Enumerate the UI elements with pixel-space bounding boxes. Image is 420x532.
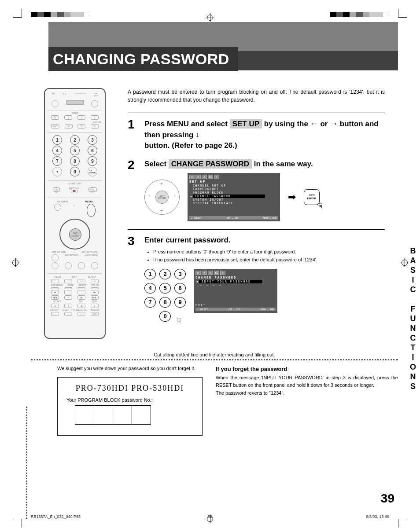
tv-password-screen: ▭⊙⇄CC✎ CHANGE PASSWORD INPUT YOUR PASSWO… [194,269,277,313]
forget-title: If you forget the password [216,366,398,372]
step-number: 2 [128,159,138,221]
page-title-box: CHANGING PASSWORD [48,47,238,71]
cut-instruction: Cut along dotted line and file after rea… [31,352,398,357]
step-number: 3 [128,235,138,322]
setup-highlight: SET UP [230,119,262,128]
section-label-vertical: BASIC FUNCTIONS [408,246,417,392]
password-boxes [75,405,193,425]
page-number: 39 [381,492,394,506]
keypad-illustration: 123 456 789 0☟ [144,269,186,322]
step-3: 3 Enter current password. Press numeric … [128,235,385,322]
footer-filename: RB1557A_En_032_040.P65 [31,514,81,519]
step-2-title: Select CHANGE PASSWORD in the same way. [144,159,385,169]
step-3-bullet: If no password has been previously set, … [153,256,385,264]
step-1-title: Press MENU and select SET UP by using th… [144,118,385,151]
password-card: PRO-730HDI PRO-530HDI Your PROGRAM BLOCK… [57,377,203,436]
card-model-title: PRO-730HDI PRO-530HDI [66,384,193,393]
crop-mark [13,519,22,528]
step-2: 2 Select CHANGE PASSWORD in the same way… [128,159,385,221]
forget-text: The password reverts to "1234". [216,389,398,397]
step-1: 1 Press MENU and select SET UP by using … [128,118,385,151]
finger-icon: ☟ [177,317,181,325]
divider [128,113,385,113]
dpad-illustration: SET/ ENTER ++++ [144,180,180,215]
crop-mark [398,519,407,528]
header-band: CHANGING PASSWORD [48,22,398,70]
registration-mark [207,516,213,522]
arrow-down-icon: ↓ [195,130,199,139]
arrow-right-icon: → [330,119,338,128]
password-suggestion: We suggest you write down your password … [57,366,203,371]
arrow-right-icon: ➡ [288,191,296,203]
divider [128,229,385,230]
step-3-title: Enter current password. [144,235,385,246]
finger-icon: ☟ [318,202,323,210]
dotted-cut-line [31,359,398,360]
footer-timestamp: 8/8/03, 16:49 [366,514,389,519]
remote-control-illustration: TVTVCBL/SAT VCRDVD/DVD INPUT TV123 DIGIT… [44,88,106,339]
change-password-highlight: CHANGE PASSWORD [169,159,252,169]
card-label: Your PROGRAM BLOCK password No.: [66,397,193,403]
forget-text: When the message 'INPUT YOUR PASSWORD' i… [216,374,398,389]
arrow-left-icon: ← [310,119,318,128]
step-number: 1 [128,118,138,151]
intro-text: A password must be entered to turn progr… [128,88,385,104]
step-3-bullet: Press numeric buttons '0' through '9' to… [153,248,385,256]
tv-setup-menu: ▭⊙⇄CC✎ SET UP CHANNEL SET UP CONVERGENCE… [188,173,280,221]
enter-button-illustration: SET/ENTER ☟ [304,189,320,205]
dotted-cut-line-vertical [26,407,27,519]
page-title: CHANGING PASSWORD [53,51,229,67]
